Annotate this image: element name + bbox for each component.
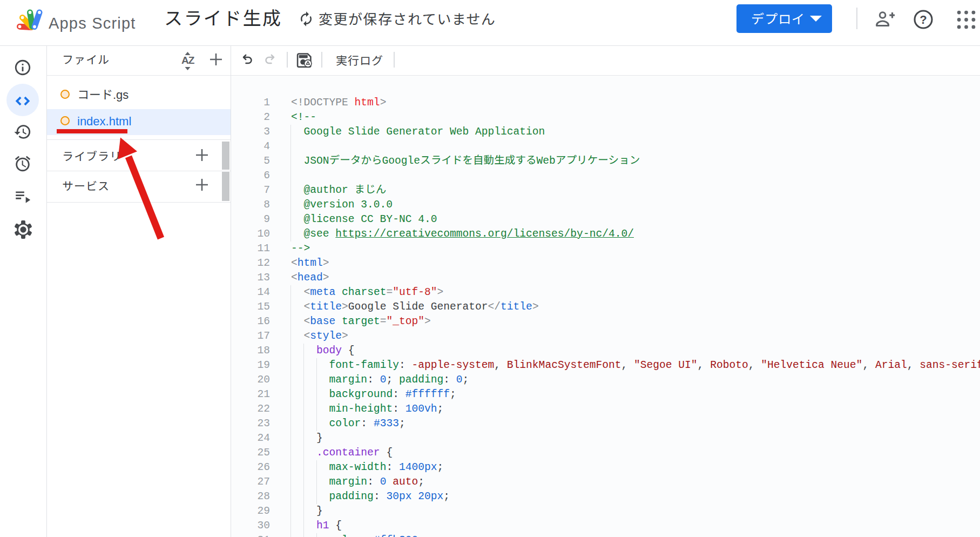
svg-text:AZ: AZ <box>181 55 195 66</box>
svg-text:?: ? <box>920 13 927 26</box>
